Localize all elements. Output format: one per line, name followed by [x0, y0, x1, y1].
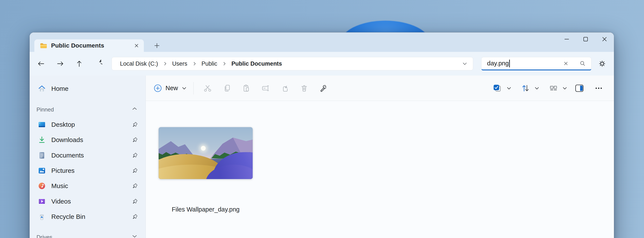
chevron-up-icon[interactable]: [132, 107, 138, 111]
videos-icon: [38, 197, 46, 205]
tab-title: Public Documents: [51, 42, 104, 49]
breadcrumb-chevron-icon[interactable]: [192, 61, 197, 66]
toolbar-separator: [194, 82, 194, 94]
delete-button[interactable]: [297, 81, 311, 95]
breadcrumb-item-current[interactable]: Public Documents: [229, 60, 285, 68]
chevron-down-icon: [562, 87, 567, 90]
breadcrumb-item-users[interactable]: Users: [170, 60, 190, 68]
breadcrumb-item-drive[interactable]: Local Disk (C:): [118, 60, 160, 68]
more-options-button[interactable]: [592, 81, 606, 95]
pinned-section-label: Pinned: [36, 106, 54, 113]
share-button[interactable]: [278, 81, 292, 95]
documents-icon: [38, 151, 46, 159]
sidebar-item-videos[interactable]: Videos: [31, 195, 144, 208]
titlebar[interactable]: Public Documents: [30, 33, 614, 52]
desktop: { "titlebar": { "tab_title": "Public Doc…: [0, 0, 644, 238]
sidebar-item-desktop[interactable]: Desktop: [31, 118, 144, 131]
navigation-bar: Local Disk (C:) Users Public Public Docu…: [30, 52, 614, 75]
sidebar-item-recycle-bin[interactable]: Recycle Bin: [31, 210, 144, 223]
command-bar: New: [146, 75, 614, 101]
sidebar-item-label: Music: [51, 182, 68, 190]
downloads-icon: [38, 136, 46, 144]
address-dropdown-chevron-icon[interactable]: [460, 59, 470, 69]
settings-gear-icon[interactable]: [596, 57, 609, 70]
pin-icon[interactable]: [132, 214, 138, 220]
desktop-icon: [38, 121, 46, 129]
pin-icon[interactable]: [132, 122, 138, 128]
file-name: Files Wallpaper_day.png: [155, 206, 256, 213]
sidebar-item-downloads[interactable]: Downloads: [31, 134, 144, 146]
rename-button[interactable]: [259, 81, 272, 95]
search-input[interactable]: day.png: [481, 57, 592, 70]
breadcrumb: Local Disk (C:) Users Public Public Docu…: [118, 60, 285, 68]
recycle-bin-icon: [38, 213, 46, 221]
file-list-area[interactable]: Files Wallpaper_day.png: [146, 101, 614, 238]
sidebar-item-documents[interactable]: Documents: [31, 149, 144, 162]
breadcrumb-chevron-icon[interactable]: [222, 61, 227, 66]
search-icon[interactable]: [578, 59, 587, 68]
paste-button[interactable]: [239, 81, 253, 95]
sidebar: Home Pinned Deskto: [30, 75, 146, 238]
search-clear-icon[interactable]: [561, 59, 570, 68]
new-button[interactable]: New: [151, 81, 190, 95]
view-controls: [486, 75, 608, 101]
chevron-down-icon: [506, 87, 511, 90]
pin-icon[interactable]: [132, 183, 138, 189]
sidebar-item-label: Recycle Bin: [51, 213, 85, 220]
sidebar-item-label: Home: [51, 85, 68, 92]
sidebar-item-label: Documents: [51, 152, 84, 159]
folder-icon: [40, 43, 47, 49]
search-query-text: day.png: [487, 60, 509, 67]
chevron-down-icon[interactable]: [132, 234, 138, 238]
address-bar[interactable]: Local Disk (C:) Users Public Public Docu…: [112, 57, 473, 70]
tools-wrench-button[interactable]: [317, 81, 330, 95]
view-layout-button[interactable]: [546, 81, 570, 95]
sidebar-item-label: Downloads: [51, 136, 83, 144]
sidebar-section-drives[interactable]: Drives: [31, 232, 144, 238]
select-all-button[interactable]: [490, 81, 514, 95]
pin-icon[interactable]: [132, 137, 138, 143]
plus-circle-icon: [154, 84, 162, 92]
chevron-down-icon: [182, 87, 186, 90]
pin-icon[interactable]: [132, 152, 138, 158]
window-controls: [557, 33, 614, 46]
copy-button[interactable]: [220, 81, 234, 95]
up-button[interactable]: [73, 58, 85, 70]
file-thumbnail: [159, 127, 253, 179]
sidebar-item-home[interactable]: Home: [31, 82, 144, 95]
details-pane-button[interactable]: [572, 81, 586, 95]
back-button[interactable]: [35, 58, 47, 70]
drives-section-label: Drives: [36, 234, 52, 238]
sidebar-item-music[interactable]: Music: [31, 179, 144, 192]
file-item[interactable]: Files Wallpaper_day.png: [155, 127, 256, 213]
sidebar-item-label: Videos: [51, 198, 71, 205]
pictures-icon: [38, 167, 46, 175]
sort-button[interactable]: [519, 81, 542, 95]
chevron-down-icon: [534, 87, 539, 90]
right-pane: New: [146, 75, 614, 238]
music-icon: [38, 182, 46, 190]
new-button-label: New: [166, 85, 178, 92]
tab-public-documents[interactable]: Public Documents: [34, 39, 144, 52]
refresh-button[interactable]: [92, 58, 104, 70]
pin-icon[interactable]: [132, 198, 138, 204]
cut-button[interactable]: [201, 81, 214, 95]
file-explorer-window: Public Documents: [30, 32, 614, 238]
minimize-button[interactable]: [557, 33, 576, 46]
sidebar-item-pictures[interactable]: Pictures: [31, 164, 144, 177]
new-tab-button[interactable]: [152, 40, 162, 51]
maximize-button[interactable]: [576, 33, 595, 46]
forward-button[interactable]: [54, 58, 66, 70]
tab-close-button[interactable]: [132, 41, 141, 50]
breadcrumb-item-public[interactable]: Public: [199, 60, 220, 68]
pin-icon[interactable]: [132, 168, 138, 174]
close-button[interactable]: [595, 33, 614, 46]
home-icon: [38, 85, 46, 93]
window-body: Home Pinned Deskto: [30, 75, 614, 238]
sidebar-section-pinned[interactable]: Pinned: [31, 104, 144, 115]
sidebar-item-label: Pictures: [51, 167, 74, 174]
breadcrumb-chevron-icon[interactable]: [162, 61, 168, 66]
text-caret: [509, 60, 510, 67]
sidebar-item-label: Desktop: [51, 121, 75, 128]
